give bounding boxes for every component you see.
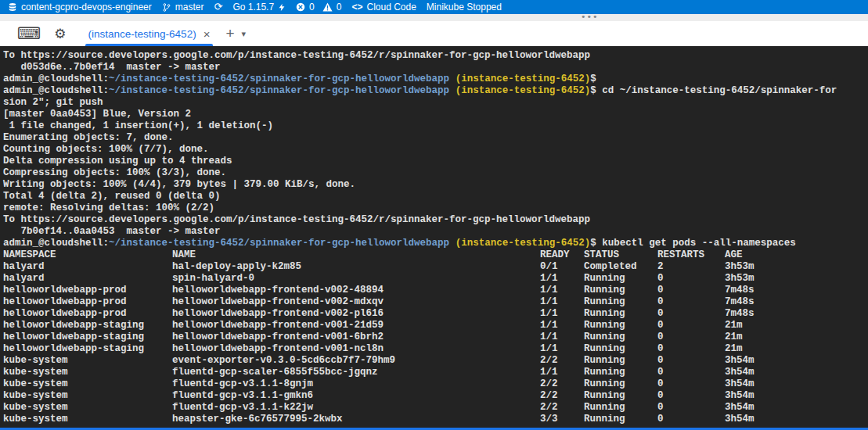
pod-table-cell: 3h54m xyxy=(725,414,755,425)
add-terminal-tab-button[interactable]: + xyxy=(225,25,234,42)
pod-table-cell: helloworldwebapp-staging xyxy=(3,320,144,331)
go-version-label: Go 1.15.7 xyxy=(232,2,274,13)
terminal-text: admin_@cloudshell: xyxy=(3,85,109,96)
pod-table-cell: helloworldwebapp-frontend-v002-mdxqv xyxy=(172,296,384,308)
pod-table-cell: spin-halyard-0 xyxy=(172,273,254,285)
pod-table-cell: 0 xyxy=(657,378,664,390)
pod-table-header-row: NAMESPACENAMEREADYSTATUSRESTARTSAGE xyxy=(3,249,868,261)
project-indicator[interactable]: content-gcpro-devops-engineer xyxy=(8,0,152,14)
pod-table-cell: helloworldwebapp-prod xyxy=(3,308,127,320)
pod-table-cell: 1/1 xyxy=(540,367,558,378)
pod-table-header-cell: NAMESPACE xyxy=(3,249,56,261)
terminal-text: Delta compression using up to 4 threads xyxy=(3,156,232,167)
terminal-tab-bar: ⌨ ⚙ (instance-testing-6452) × + ▾ xyxy=(0,21,868,46)
pod-table-cell: kube-system xyxy=(3,367,68,378)
terminal-text: To https://source.developers.google.com/… xyxy=(3,214,590,225)
code-brackets-icon: <> xyxy=(351,0,362,14)
pod-table-cell: Running xyxy=(584,390,625,402)
pod-table-cell: kube-system xyxy=(3,355,68,367)
pod-table-cell: Running xyxy=(584,343,625,355)
terminal-text: 7b0ef14..0aa0453 master -> master xyxy=(3,226,221,237)
pod-table-cell: 2/2 xyxy=(540,378,558,390)
pod-table-cell: 0 xyxy=(657,343,664,355)
pod-table-cell: 21m xyxy=(725,343,743,355)
pod-table-cell: Running xyxy=(584,273,625,285)
pod-table-cell: 3h54m xyxy=(725,355,755,367)
tab-close-icon[interactable]: × xyxy=(203,27,211,41)
terminal-text: Counting objects: 100% (7/7), done. xyxy=(3,144,209,155)
pod-table-cell: 21m xyxy=(725,320,743,331)
pod-table-cell: event-exporter-v0.3.0-5cd6ccb7f7-79hm9 xyxy=(172,355,395,367)
terminal-text: admin_@cloudshell: xyxy=(3,238,109,249)
pod-table-row: kube-systemfluentd-gcp-v3.1.1-8gnjm2/2Ru… xyxy=(3,378,868,390)
terminal-text: admin_@cloudshell: xyxy=(3,73,109,84)
terminal-line: Writing objects: 100% (4/4), 379 bytes |… xyxy=(3,179,868,191)
pod-table-row: kube-systemevent-exporter-v0.3.0-5cd6ccb… xyxy=(3,355,868,367)
terminal-line: Enumerating objects: 7, done. xyxy=(3,132,868,144)
pod-table-cell: helloworldwebapp-frontend-v002-pl616 xyxy=(172,308,384,320)
cloud-shell-window: content-gcpro-devops-engineer master ⟳ G… xyxy=(0,0,868,430)
go-version-indicator[interactable]: Go 1.15.7 xyxy=(232,0,286,14)
pod-table-cell: 0 xyxy=(657,390,664,402)
terminal-text: 1 file changed, 1 insertion(+), 1 deleti… xyxy=(3,120,273,131)
panel-resize-strip[interactable]: ••• xyxy=(0,14,868,21)
terminal[interactable]: To https://source.developers.google.com/… xyxy=(0,46,868,428)
keyboard-icon[interactable]: ⌨ xyxy=(17,26,41,42)
pod-table-cell: 3h53m xyxy=(725,261,755,273)
database-stack-icon xyxy=(8,2,17,13)
pod-table-row: helloworldwebapp-staginghelloworldwebapp… xyxy=(3,343,868,355)
pod-table-cell: 0/1 xyxy=(540,261,558,273)
pod-table-cell: Running xyxy=(584,320,625,331)
terminal-text: d053d6e..7b0ef14 master -> master xyxy=(3,62,221,73)
pod-table-cell: halyard xyxy=(3,273,45,285)
terminal-line: 7b0ef14..0aa0453 master -> master xyxy=(3,226,868,238)
terminal-text: Enumerating objects: 7, done. xyxy=(3,132,174,143)
pod-table-row: halyardhal-deploy-apply-k2m850/1Complete… xyxy=(3,261,868,273)
terminal-line: 1 file changed, 1 insertion(+), 1 deleti… xyxy=(3,120,868,132)
git-branch-indicator[interactable]: master xyxy=(162,0,204,14)
terminal-line: Counting objects: 100% (7/7), done. xyxy=(3,144,868,156)
pod-table-cell: Running xyxy=(584,308,625,320)
pod-table-cell: Running xyxy=(584,367,625,378)
prompt-path: ~/instance-testing-6452/spinnaker-for-gc… xyxy=(109,73,449,84)
terminal-text: Writing objects: 100% (4/4), 379 bytes |… xyxy=(3,179,355,190)
lightning-icon xyxy=(278,2,286,13)
cloud-code-indicator[interactable]: <> Cloud Code xyxy=(351,0,416,14)
terminal-settings-gear-icon[interactable]: ⚙ xyxy=(54,27,66,41)
status-bar: content-gcpro-devops-engineer master ⟳ G… xyxy=(0,0,868,14)
pod-table-cell: Completed xyxy=(584,261,637,273)
pod-table-cell: 2/2 xyxy=(540,402,558,414)
tab-options-caret-icon[interactable]: ▾ xyxy=(242,29,247,39)
pod-table-cell: 2 xyxy=(657,261,664,273)
pod-table-cell: helloworldwebapp-staging xyxy=(3,343,144,355)
problems-indicator[interactable]: 0 0 xyxy=(296,0,341,14)
pod-table-cell: 3h54m xyxy=(725,402,755,414)
terminal-text: remote: Resolving deltas: 100% (2/2) xyxy=(3,202,214,213)
terminal-line: admin_@cloudshell:~/instance-testing-645… xyxy=(3,85,868,97)
pod-table-cell: helloworldwebapp-prod xyxy=(3,296,127,308)
sync-button[interactable]: ⟳ xyxy=(214,0,222,14)
terminal-text: Total 4 (delta 2), reused 0 (delta 0) xyxy=(3,191,221,202)
pod-table-cell: 0 xyxy=(657,296,664,308)
terminal-line: Total 4 (delta 2), reused 0 (delta 0) xyxy=(3,191,868,202)
prompt-path: ~/instance-testing-6452/spinnaker-for-gc… xyxy=(109,238,449,249)
minikube-status-label: Minikube Stopped xyxy=(427,2,502,13)
terminal-text: Compressing objects: 100% (3/3), done. xyxy=(3,167,226,178)
pod-table-cell: 7m48s xyxy=(725,296,755,308)
terminal-tab[interactable]: (instance-testing-6452) × xyxy=(85,21,214,46)
pod-table-cell: helloworldwebapp-frontend-v002-48894 xyxy=(172,285,384,296)
minikube-status[interactable]: Minikube Stopped xyxy=(427,0,502,14)
terminal-text: $ xyxy=(590,73,596,84)
pod-table-header-cell: AGE xyxy=(725,249,743,261)
terminal-line: Compressing objects: 100% (3/3), done. xyxy=(3,167,868,179)
pod-table-cell: Running xyxy=(584,296,625,308)
pod-table-row: helloworldwebapp-prodhelloworldwebapp-fr… xyxy=(3,308,868,320)
error-icon xyxy=(296,2,305,12)
terminal-line: sion 2"; git push xyxy=(3,97,868,109)
pod-table-cell: 1/1 xyxy=(540,285,558,296)
pod-table-header-cell: RESTARTS xyxy=(657,249,704,261)
pod-table-cell: fluentd-gcp-v3.1.1-gmkn6 xyxy=(172,390,313,402)
git-branch-icon xyxy=(162,2,171,13)
terminal-line: To https://source.developers.google.com/… xyxy=(3,50,868,62)
pod-table-cell: 1/1 xyxy=(540,331,558,343)
